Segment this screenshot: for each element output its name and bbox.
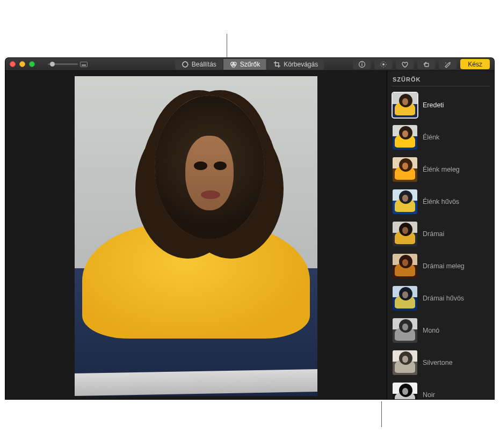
editor-content: SZŰRŐK EredetiÉlénkÉlénk melegÉlénk hűvö… <box>5 71 494 399</box>
filter-item[interactable]: Drámai meleg <box>392 252 490 281</box>
photos-edit-window: Beállítás Szűrők Körbevágás <box>5 58 494 399</box>
filter-thumbnail <box>393 286 417 311</box>
info-button[interactable] <box>353 59 371 69</box>
magic-wand-icon <box>444 61 452 68</box>
filter-item[interactable]: Noir <box>392 380 490 399</box>
filter-item[interactable]: Drámai hűvös <box>392 284 490 313</box>
filter-item[interactable]: Élénk hűvös <box>392 187 490 216</box>
filter-label: Noir <box>423 391 435 399</box>
zoom-slider-track[interactable] <box>48 63 78 65</box>
filter-label: Drámai meleg <box>423 262 465 270</box>
filter-item[interactable]: Eredeti <box>392 91 490 120</box>
minimize-window-button[interactable] <box>19 61 25 67</box>
filters-tab[interactable]: Szűrők <box>223 59 267 70</box>
filter-thumbnail <box>393 350 417 375</box>
rotate-button[interactable] <box>417 59 436 69</box>
svg-rect-6 <box>362 64 363 66</box>
zoom-slider[interactable] <box>48 62 88 67</box>
filter-label: Drámai <box>423 230 444 238</box>
done-button[interactable]: Kész <box>460 59 490 69</box>
filter-label: Silvertone <box>423 359 453 366</box>
crop-icon <box>273 61 281 68</box>
filter-item[interactable]: Silvertone <box>392 348 490 377</box>
callout-line-bottom <box>381 401 382 427</box>
adjust-icon <box>182 61 189 68</box>
live-photo-icon <box>380 61 387 68</box>
fullscreen-window-button[interactable] <box>29 61 35 67</box>
callout-line-top <box>227 34 227 60</box>
toolbar-right: Kész <box>353 59 490 69</box>
filter-label: Élénk hűvös <box>423 198 459 205</box>
filter-thumbnail <box>393 157 417 182</box>
info-icon <box>358 61 366 68</box>
filters-icon <box>230 61 237 68</box>
live-photo-button[interactable] <box>374 59 393 69</box>
filter-item[interactable]: Drámai <box>392 219 490 248</box>
filter-label: Élénk <box>423 134 439 141</box>
filter-list: EredetiÉlénkÉlénk melegÉlénk hűvösDrámai… <box>392 91 490 399</box>
filter-item[interactable]: Élénk <box>392 123 490 152</box>
filter-thumbnail <box>393 318 417 343</box>
filter-thumbnail <box>393 93 417 117</box>
close-window-button[interactable] <box>10 61 16 67</box>
adjust-tab-label: Beállítás <box>192 61 216 68</box>
svg-rect-9 <box>425 63 429 67</box>
window-controls <box>10 61 35 67</box>
crop-tab-label: Körbevágás <box>284 61 318 68</box>
filters-tab-label: Szűrők <box>240 61 260 68</box>
filter-item[interactable]: Élénk meleg <box>392 155 490 184</box>
filter-thumbnail <box>393 125 417 150</box>
photo-preview <box>75 76 317 396</box>
favorite-button[interactable] <box>396 59 414 69</box>
filter-thumbnail <box>393 254 417 278</box>
done-button-label: Kész <box>468 61 482 68</box>
auto-enhance-button[interactable] <box>439 59 457 69</box>
filter-label: Eredeti <box>423 101 444 109</box>
filter-label: Élénk meleg <box>423 166 460 173</box>
filter-thumbnail <box>393 222 417 246</box>
heart-icon <box>401 61 409 68</box>
filter-thumbnail <box>393 383 417 399</box>
filters-panel: SZŰRŐK EredetiÉlénkÉlénk melegÉlénk hűvö… <box>387 71 494 399</box>
thumbnail-size-icon <box>80 62 88 67</box>
filter-item[interactable]: Monó <box>392 316 490 345</box>
svg-point-7 <box>382 63 385 65</box>
adjust-tab[interactable]: Beállítás <box>175 59 223 70</box>
svg-point-5 <box>361 62 363 63</box>
filter-label: Drámai hűvös <box>423 295 464 302</box>
crop-tab[interactable]: Körbevágás <box>267 59 324 70</box>
rotate-icon <box>423 61 430 68</box>
filter-label: Monó <box>423 327 439 334</box>
zoom-slider-thumb[interactable] <box>50 62 55 67</box>
photo-canvas[interactable] <box>5 71 387 399</box>
titlebar: Beállítás Szűrők Körbevágás <box>5 58 494 71</box>
edit-mode-segmented-control: Beállítás Szűrők Körbevágás <box>175 59 324 70</box>
filter-thumbnail <box>393 189 417 214</box>
filters-panel-title: SZŰRŐK <box>392 76 490 86</box>
